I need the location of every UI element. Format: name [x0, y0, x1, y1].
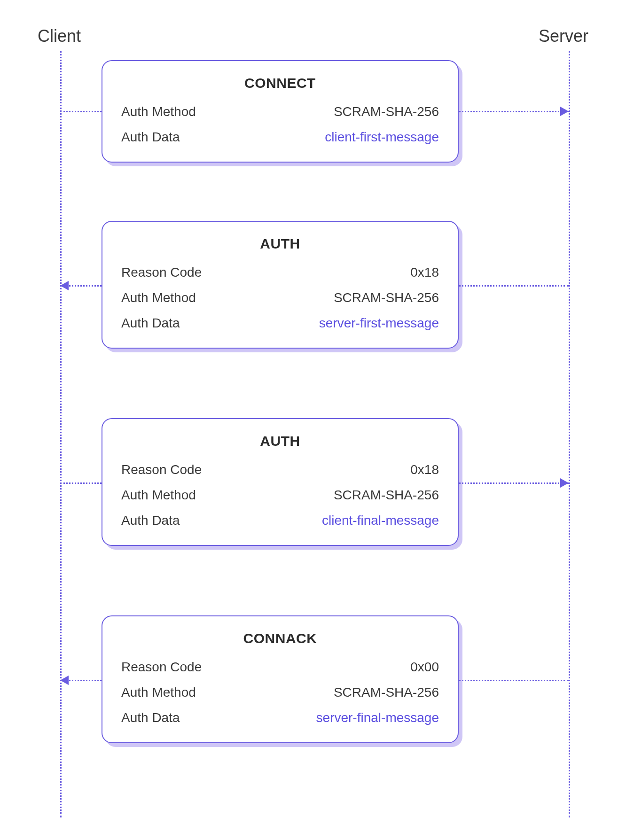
row-value: SCRAM-SHA-256	[334, 488, 439, 503]
row-key: Auth Method	[121, 488, 196, 503]
arrow-right-icon	[560, 478, 569, 488]
row-key: Auth Method	[121, 685, 196, 700]
message-title: AUTH	[121, 433, 439, 449]
arrow-segment	[459, 111, 569, 112]
message-card: CONNACKReason Code0x00Auth MethodSCRAM-S…	[102, 615, 459, 743]
message-card: AUTHReason Code0x18Auth MethodSCRAM-SHA-…	[102, 221, 459, 349]
message-row: Reason Code0x18	[121, 462, 439, 477]
row-value: server-final-message	[316, 710, 439, 725]
arrow-left-icon	[60, 676, 69, 685]
row-key: Auth Data	[121, 513, 180, 528]
row-key: Auth Method	[121, 104, 196, 119]
arrow-segment	[60, 111, 102, 112]
message-title: CONNACK	[121, 630, 439, 646]
message-card: CONNECTAuth MethodSCRAM-SHA-256Auth Data…	[102, 60, 459, 163]
message-row: Reason Code0x18	[121, 265, 439, 280]
message-row: Auth Dataclient-final-message	[121, 513, 439, 528]
row-value: 0x00	[410, 660, 439, 675]
arrow-segment	[60, 482, 102, 484]
arrow-segment	[459, 285, 569, 287]
message-row: Auth Dataserver-final-message	[121, 710, 439, 725]
message-row: Reason Code0x00	[121, 660, 439, 675]
row-key: Auth Data	[121, 130, 180, 145]
arrow-right-icon	[560, 107, 569, 116]
row-key: Auth Method	[121, 290, 196, 305]
row-value: SCRAM-SHA-256	[334, 104, 439, 119]
row-value: server-first-message	[319, 316, 439, 331]
arrow-segment	[459, 680, 569, 681]
row-key: Auth Data	[121, 710, 180, 725]
row-key: Reason Code	[121, 660, 202, 675]
row-value: SCRAM-SHA-256	[334, 685, 439, 700]
row-value: 0x18	[410, 462, 439, 477]
row-value: client-first-message	[325, 130, 439, 145]
message-row: Auth MethodSCRAM-SHA-256	[121, 104, 439, 119]
server-lifeline	[569, 51, 570, 817]
actor-label-server: Server	[539, 26, 588, 46]
row-value: 0x18	[410, 265, 439, 280]
row-key: Reason Code	[121, 462, 202, 477]
actor-label-client: Client	[38, 26, 81, 46]
message-row: Auth MethodSCRAM-SHA-256	[121, 290, 439, 305]
arrow-left-icon	[60, 281, 69, 290]
client-lifeline	[60, 51, 62, 817]
row-value: SCRAM-SHA-256	[334, 290, 439, 305]
message-row: Auth MethodSCRAM-SHA-256	[121, 488, 439, 503]
message-row: Auth Dataclient-first-message	[121, 130, 439, 145]
message-row: Auth MethodSCRAM-SHA-256	[121, 685, 439, 700]
sequence-diagram: Client Server CONNECTAuth MethodSCRAM-SH…	[0, 0, 626, 840]
message-title: AUTH	[121, 236, 439, 252]
row-key: Reason Code	[121, 265, 202, 280]
message-row: Auth Dataserver-first-message	[121, 316, 439, 331]
message-card: AUTHReason Code0x18Auth MethodSCRAM-SHA-…	[102, 418, 459, 546]
message-title: CONNECT	[121, 75, 439, 91]
row-key: Auth Data	[121, 316, 180, 331]
row-value: client-final-message	[322, 513, 439, 528]
arrow-segment	[459, 482, 569, 484]
